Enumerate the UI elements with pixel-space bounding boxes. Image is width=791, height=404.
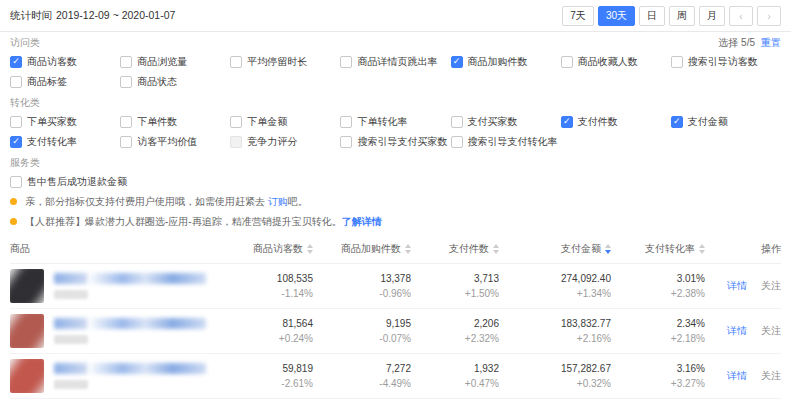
product-cell <box>10 359 221 393</box>
cell-conversion-rate: 3.01%+2.38% <box>611 273 705 299</box>
product-image[interactable] <box>10 269 44 303</box>
period-button-group: 7天 30天 日 周 月 ‹ › <box>558 6 781 26</box>
metric-checkbox-商品访客数[interactable]: 商品访客数 <box>10 55 120 68</box>
metric-checkbox-商品详情页跳出率[interactable]: 商品详情页跳出率 <box>340 55 450 68</box>
metric-checkbox-商品浏览量[interactable]: 商品浏览量 <box>120 55 230 68</box>
checkbox-icon[interactable] <box>451 56 463 68</box>
metric-label: 搜索引导支付转化率 <box>468 135 558 149</box>
metric-label: 支付金额 <box>688 115 728 129</box>
column-header-支付件数[interactable]: 支付件数 <box>411 242 499 256</box>
metric-label: 商品详情页跳出率 <box>357 55 437 69</box>
checkbox-icon[interactable] <box>10 136 22 148</box>
notice-line: 亲，部分指标仅支持付费用户使用哦，如需使用赶紧去 订购吧。 <box>10 195 781 208</box>
cell-paid-items: 3,713+1.50% <box>411 273 499 299</box>
checkbox-icon[interactable] <box>561 116 573 128</box>
metric-checkbox-支付转化率[interactable]: 支付转化率 <box>10 135 120 148</box>
checkbox-icon[interactable] <box>10 116 22 128</box>
product-image[interactable] <box>10 314 44 348</box>
metric-label: 商品加购件数 <box>468 55 528 69</box>
metric-checkbox-下单金额[interactable]: 下单金额 <box>230 115 340 128</box>
metric-checkbox-搜索引导支付转化率[interactable]: 搜索引导支付转化率 <box>451 135 561 148</box>
metric-checkbox-商品状态[interactable]: 商品状态 <box>120 75 230 88</box>
metric-label: 商品状态 <box>137 75 177 89</box>
table-row: 108,535-1.14% 13,378-0.96% 3,713+1.50% 2… <box>10 264 781 309</box>
cell-cart-items: 9,195-0.07% <box>313 318 411 344</box>
detail-link[interactable]: 详情 <box>727 369 747 383</box>
metric-checkbox-竞争力评分[interactable]: 竞争力评分 <box>230 135 340 148</box>
period-button-7天[interactable]: 7天 <box>562 6 594 26</box>
reset-link[interactable]: 重置 <box>761 37 781 48</box>
notice-link[interactable]: 了解详情 <box>342 216 382 227</box>
notices: 亲，部分指标仅支持付费用户使用哦，如需使用赶紧去 订购吧。 【人群推荐】爆款潜力… <box>10 195 781 228</box>
next-page-button[interactable]: › <box>757 6 781 26</box>
follow-link[interactable]: 关注 <box>761 279 781 293</box>
column-header-商品: 商品 <box>10 242 221 256</box>
column-header-商品加购件数[interactable]: 商品加购件数 <box>313 242 411 256</box>
period-button-月[interactable]: 月 <box>699 6 725 26</box>
checkbox-icon[interactable] <box>230 136 242 148</box>
checkbox-icon[interactable] <box>120 56 132 68</box>
blurred-product-title[interactable] <box>54 363 206 374</box>
period-button-日[interactable]: 日 <box>639 6 665 26</box>
column-header-商品访客数[interactable]: 商品访客数 <box>221 242 313 256</box>
checkbox-icon[interactable] <box>230 116 242 128</box>
checkbox-icon[interactable] <box>120 76 132 88</box>
stat-time-bar: 统计时间2019-12-09 ~ 2020-01-07 7天 30天 日 周 月… <box>0 0 791 31</box>
metric-checkbox-下单转化率[interactable]: 下单转化率 <box>340 115 450 128</box>
metric-label: 下单买家数 <box>27 115 77 129</box>
checkbox-icon[interactable] <box>340 136 352 148</box>
group-head-visit: 访问类 选择 5/5重置 <box>10 36 781 49</box>
metric-checkbox-支付件数[interactable]: 支付件数 <box>561 115 671 128</box>
blurred-product-subtext <box>54 290 88 299</box>
metric-checkbox-商品标签[interactable]: 商品标签 <box>10 75 120 88</box>
detail-link[interactable]: 详情 <box>727 324 747 338</box>
metric-label: 访客平均价值 <box>137 135 197 149</box>
cell-cart-items: 7,272-4.49% <box>313 363 411 389</box>
metric-label: 搜索引导访客数 <box>688 55 758 69</box>
follow-link[interactable]: 关注 <box>761 324 781 338</box>
checkbox-icon[interactable] <box>120 136 132 148</box>
checkbox-icon[interactable] <box>561 56 573 68</box>
checkbox-icon[interactable] <box>671 56 683 68</box>
metric-checkbox-支付金额[interactable]: 支付金额 <box>671 115 781 128</box>
metric-checkbox-访客平均价值[interactable]: 访客平均价值 <box>120 135 230 148</box>
metric-label: 支付件数 <box>578 115 618 129</box>
checkbox-icon[interactable] <box>10 76 22 88</box>
product-image[interactable] <box>10 359 44 393</box>
metric-checkbox-商品加购件数[interactable]: 商品加购件数 <box>451 55 561 68</box>
product-cell <box>10 269 221 303</box>
metric-checkbox-商品收藏人数[interactable]: 商品收藏人数 <box>561 55 671 68</box>
checkbox-icon[interactable] <box>10 56 22 68</box>
checkbox-icon[interactable] <box>671 116 683 128</box>
column-header-支付转化率[interactable]: 支付转化率 <box>611 242 705 256</box>
checkbox-icon[interactable] <box>230 56 242 68</box>
checkbox-icon[interactable] <box>120 116 132 128</box>
checkbox-icon[interactable] <box>340 116 352 128</box>
metric-checkbox-下单件数[interactable]: 下单件数 <box>120 115 230 128</box>
cell-paid-amount: 157,282.67+0.32% <box>499 363 611 389</box>
metric-checkbox-下单买家数[interactable]: 下单买家数 <box>10 115 120 128</box>
checkbox-icon[interactable] <box>340 56 352 68</box>
follow-link[interactable]: 关注 <box>761 369 781 383</box>
period-button-30天[interactable]: 30天 <box>598 6 635 26</box>
metric-checkbox-支付买家数[interactable]: 支付买家数 <box>451 115 561 128</box>
checkbox-icon[interactable] <box>451 116 463 128</box>
prev-page-button[interactable]: ‹ <box>729 6 753 26</box>
detail-link[interactable]: 详情 <box>727 279 747 293</box>
blurred-product-title[interactable] <box>54 318 206 329</box>
metric-checkbox-搜索引导支付买家数[interactable]: 搜索引导支付买家数 <box>340 135 450 148</box>
notice-link[interactable]: 订购 <box>268 196 288 207</box>
cell-paid-amount: 183,832.77+2.16% <box>499 318 611 344</box>
checkbox-icon[interactable] <box>451 136 463 148</box>
metric-checkbox-售中售后成功退款金额[interactable]: 售中售后成功退款金额 <box>10 175 127 188</box>
date-range: 2019-12-09 ~ 2020-01-07 <box>56 9 175 21</box>
cell-visitors: 81,564+0.24% <box>221 318 313 344</box>
blurred-product-title[interactable] <box>54 273 206 284</box>
column-header-支付金额[interactable]: 支付金额 <box>499 242 611 256</box>
metric-checkbox-平均停留时长[interactable]: 平均停留时长 <box>230 55 340 68</box>
divider <box>0 31 791 32</box>
group-title-conversion: 转化类 <box>10 97 40 108</box>
metric-checkbox-搜索引导访客数[interactable]: 搜索引导访客数 <box>671 55 781 68</box>
period-button-周[interactable]: 周 <box>669 6 695 26</box>
checkbox-icon[interactable] <box>10 176 22 188</box>
